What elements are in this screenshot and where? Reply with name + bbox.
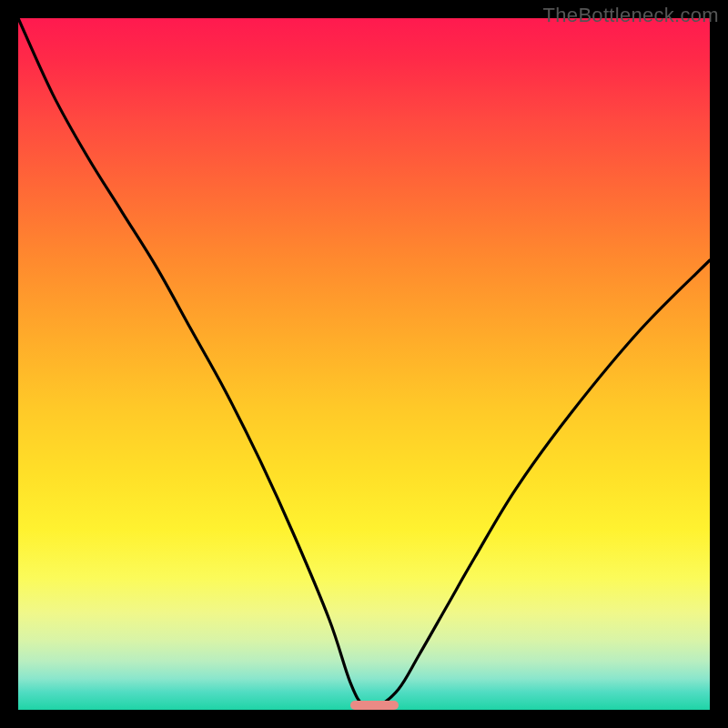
curve-path [18,18,710,709]
optimum-marker [350,701,399,710]
watermark-text: TheBottleneck.com [543,4,719,27]
bottleneck-curve [18,18,710,710]
chart-frame: TheBottleneck.com [0,0,728,728]
plot-area [18,18,710,710]
